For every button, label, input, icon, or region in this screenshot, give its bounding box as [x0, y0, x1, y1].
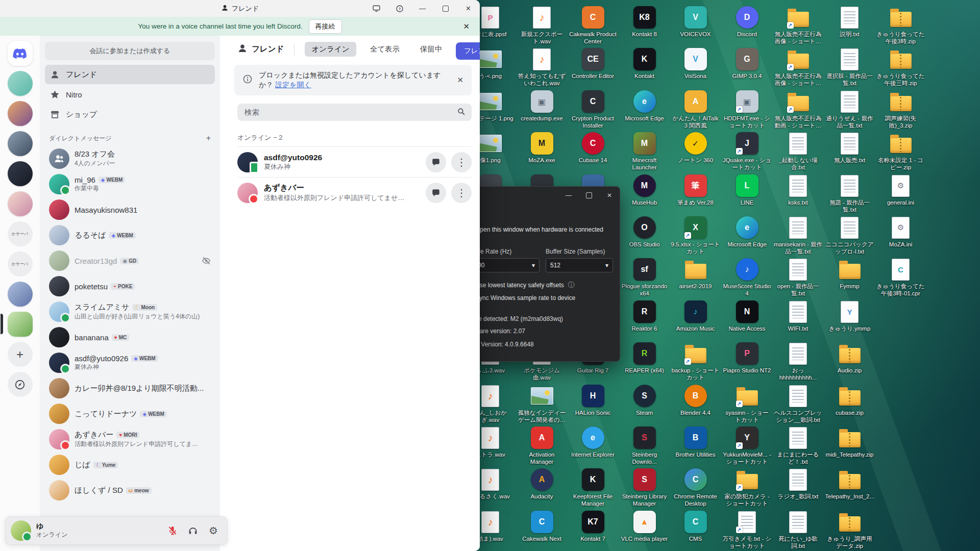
desktop-icon[interactable]: K8Kontakt 8	[620, 5, 669, 38]
desktop-icon[interactable]: WIFI.txt	[773, 299, 823, 333]
desktop-icon[interactable]: 孤独なインディーゲーム開発者の一生...	[517, 384, 567, 423]
desktop-icon[interactable]: おっhhhhhhhhhh...	[773, 341, 823, 381]
server-item-text[interactable]: かサーバ	[8, 252, 33, 277]
friend-row[interactable]: asdf@yuto0926夏休み神⋮	[237, 146, 472, 177]
desktop-icon[interactable]: ksks.txt	[773, 173, 823, 207]
banner-close-icon[interactable]: ✕	[463, 22, 470, 31]
tab-全て表示[interactable]: 全て表示	[363, 42, 406, 57]
dialog-minimize-button[interactable]: —	[558, 187, 579, 204]
buffer-size-select[interactable]: 512 ▾	[546, 258, 613, 272]
desktop-icon[interactable]: 説明.txt	[825, 5, 874, 38]
dm-list-item[interactable]: あずきバー♥MORI活動者様以外原則フレンド申請許可してません。	[45, 427, 215, 452]
desktop-icon[interactable]: BBlender 4.4	[671, 384, 720, 417]
desktop-icon[interactable]: ニコニコバックアップロ-l.txt	[825, 215, 874, 255]
desktop-icon[interactable]: CCakewalk Next	[517, 510, 567, 543]
desktop-icon[interactable]: 無人販売.txt	[825, 131, 874, 164]
headphones-icon[interactable]	[184, 522, 202, 539]
desktop-icon[interactable]: open - 親作品一覧.txt	[773, 257, 823, 297]
info-close-icon[interactable]: ✕	[457, 76, 463, 85]
desktop-icon[interactable]: SSteinberg Library Manager	[620, 467, 669, 507]
desktop-icon[interactable]: MMoZA.exe	[517, 131, 567, 164]
desktop-icon[interactable]: eInternet Explorer	[568, 425, 618, 459]
dm-list-item[interactable]: こってりドーナツ◈WEBM	[45, 401, 215, 427]
message-button[interactable]	[426, 183, 446, 203]
server-avatar[interactable]	[8, 282, 33, 307]
reconnect-button[interactable]: 再接続	[309, 19, 342, 34]
desktop-icon[interactable]: eMicrosoft Edge	[620, 89, 669, 122]
desktop-icon[interactable]: CCrypton Product Installer	[568, 89, 618, 129]
desktop-icon[interactable]: ♪MuseScore Studio 4	[722, 257, 772, 297]
desktop-icon[interactable]: CEController Editor	[568, 47, 618, 80]
desktop-icon[interactable]: ♪Amazon Music	[671, 299, 720, 333]
tab-オンライン[interactable]: オンライン	[305, 42, 356, 57]
desktop-icon[interactable]: K7Kontakt 7	[568, 510, 618, 543]
desktop-icon[interactable]: eMicrosoft Edge	[722, 215, 772, 248]
tab-保留中[interactable]: 保留中	[413, 42, 449, 57]
desktop-icon[interactable]: J↗JQuake.exe - ショートカット	[722, 131, 772, 171]
desktop-icon[interactable]: ↗家の防犯カメラ - ショートカット	[722, 467, 772, 507]
dm-list-item[interactable]: Creator13gd◉GD	[45, 248, 215, 273]
dm-list-item[interactable]: bananana♥MC	[45, 324, 215, 350]
server-avatar[interactable]	[8, 131, 33, 156]
desktop-icon[interactable]: ラジオ_歌詞.txt	[773, 467, 823, 500]
server-avatar[interactable]	[8, 71, 33, 96]
dm-list-item[interactable]: じば☾Yume	[45, 452, 215, 478]
desktop-icon[interactable]: ▲VLC media player	[620, 510, 669, 543]
help-icon[interactable]: ?	[388, 0, 411, 17]
dm-list-item[interactable]: mi_96◈WEBM作業中毒	[45, 171, 215, 197]
inbox-icon[interactable]	[365, 0, 388, 17]
more-options-button[interactable]: ⋮	[451, 183, 472, 203]
desktop-icon[interactable]: Yきゅうり.ymmp	[825, 299, 874, 333]
desktop-icon[interactable]: PPiapro Studio NT2	[722, 341, 772, 374]
server-avatar[interactable]	[8, 101, 33, 126]
desktop-icon[interactable]: 無題 - 親作品一覧.txt	[825, 173, 874, 213]
settings-gear-icon[interactable]: ⚙	[205, 522, 222, 539]
desktop-icon[interactable]: Aかんたん！AITalk 3 関西風	[671, 89, 720, 129]
desktop-icon[interactable]: 筆筆まめ Ver.28	[671, 173, 720, 207]
desktop-icon[interactable]: 通りうぜえ - 親作品一覧.txt	[825, 89, 874, 129]
friend-row[interactable]: あずきバー活動者様以外原則フレンド申請許可してません。⋮	[237, 177, 472, 208]
desktop-icon[interactable]: MMinecraft Launcher	[620, 131, 669, 171]
desktop-icon[interactable]: 選択肢 - 親作品一覧.txt	[825, 47, 874, 87]
server-avatar-selected[interactable]	[8, 312, 33, 337]
desktop-icon[interactable]: ▣createdump.exe	[517, 89, 567, 122]
muted-eye-slash-icon[interactable]	[202, 256, 211, 265]
desktop-icon[interactable]: X↗9.5.xlsx - ショートカット	[671, 215, 720, 255]
desktop-icon[interactable]: MMuseHub	[620, 173, 669, 207]
desktop-icon[interactable]: Cきゅうり食ってた午後3時-01.cpr	[876, 257, 925, 297]
desktop-icon[interactable]: VVoiSona	[671, 47, 720, 80]
dm-list-item[interactable]: スライムアミサ☾Moon山田と山田が好き(山田リョウと笑う4体の山)	[45, 299, 215, 324]
dialog-close-button[interactable]: ✕	[599, 187, 620, 204]
desktop-icon[interactable]: HHALion Sonic	[568, 384, 618, 417]
desktop-icon[interactable]: きゅうり食ってた午後3時.zip	[876, 5, 925, 45]
desktop-icon[interactable]: 名称未設定 1 - コピー.zip	[876, 131, 925, 171]
desktop-icon[interactable]: airset2-2019	[671, 257, 720, 290]
more-options-button[interactable]: ⋮	[451, 152, 472, 172]
desktop-icon[interactable]: _起動しない場合.txt	[773, 131, 823, 171]
desktop-icon[interactable]: Fymmp	[825, 257, 874, 290]
desktop-icon[interactable]: ヘルスコンプレッション__歌詞.txt	[773, 384, 823, 423]
sync-sample-rate-row[interactable]: Sync Windows sample rate to device	[463, 294, 575, 302]
desktop-icon[interactable]: AAudacity	[517, 467, 567, 500]
desktop-icon[interactable]: RReaktor 6	[620, 299, 669, 333]
desktop-icon[interactable]: ↗backup - ショートカット	[671, 341, 720, 381]
dm-list-item[interactable]: ほしくず / SDωmeow	[45, 478, 215, 503]
desktop-icon[interactable]: CCubase 14	[568, 131, 618, 164]
sidebar-item-friends[interactable]: フレンド	[45, 65, 215, 84]
desktop-icon[interactable]: Telepathy_Inst_2...	[825, 467, 874, 500]
desktop-icon[interactable]: CChrome Remote Desktop	[671, 467, 720, 507]
search-input[interactable]	[243, 108, 457, 117]
desktop-icon[interactable]: SSteinberg Downlo...	[620, 425, 669, 465]
minimize-button[interactable]: —	[411, 0, 434, 17]
dialog-maximize-button[interactable]	[579, 187, 599, 204]
sidebar-item-shop[interactable]: ショップ	[45, 105, 215, 124]
desktop-icon[interactable]: まにまにわーるど！.txt	[773, 425, 823, 465]
desktop-icon[interactable]: manisekarin - 親作品一覧.txt	[773, 215, 823, 255]
desktop-icon[interactable]: cubase.zip	[825, 384, 874, 417]
desktop-icon[interactable]: 死にたい_ゆ歌詞.txt	[773, 510, 823, 549]
desktop-icon[interactable]: 調声練習(失敗)_3.zip	[876, 89, 925, 129]
desktop-icon[interactable]: Audio.zip	[825, 341, 874, 374]
desktop-icon[interactable]: ✓ノートン 360	[671, 131, 720, 164]
desktop-icon[interactable]: ↗万引きメモ.txt - ショートカット	[722, 510, 772, 549]
desktop-icon[interactable]: きゅうり食ってた午後三時.zip	[876, 47, 925, 87]
